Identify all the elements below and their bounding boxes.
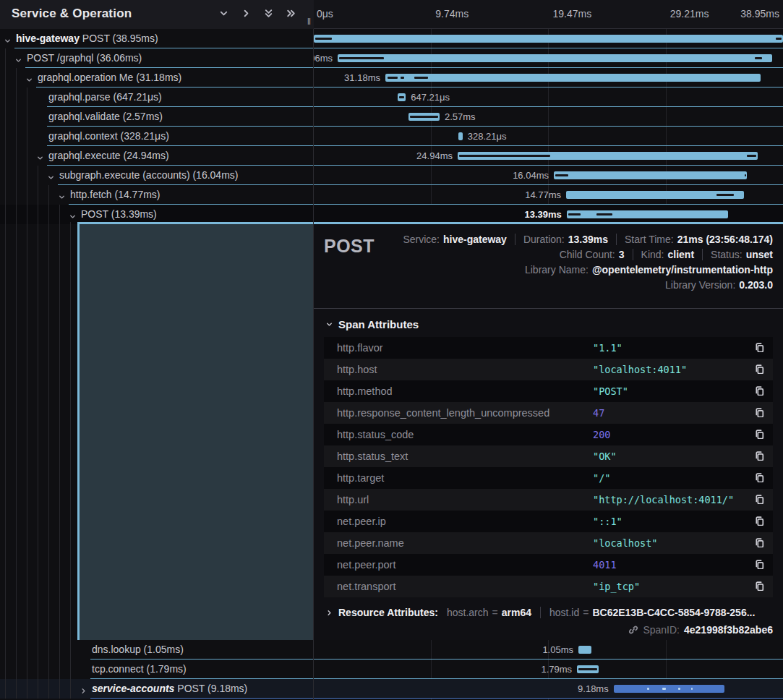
- span-bar[interactable]: [338, 54, 772, 62]
- caret-down-icon[interactable]: [58, 191, 66, 204]
- span-underline: [47, 165, 783, 166]
- span-bar[interactable]: [314, 35, 783, 43]
- copy-icon[interactable]: [754, 537, 764, 547]
- attribute-key: http.response_content_length_uncompresse…: [337, 407, 549, 419]
- caret-down-icon[interactable]: [25, 74, 33, 87]
- span-meta-item: Status:unset: [702, 249, 773, 260]
- span-bar[interactable]: [408, 113, 440, 121]
- timeline-tick: 0μs: [317, 8, 333, 20]
- span-bar-cell: 1.05ms: [314, 640, 783, 660]
- child-span-tick: [414, 77, 427, 79]
- timeline-tick: 19.47ms: [553, 8, 592, 20]
- span-row[interactable]: POST /graphql (36.06ms)36.06ms: [0, 48, 783, 68]
- attribute-row: net.peer.ip"::1": [324, 511, 773, 532]
- span-bar[interactable]: [578, 646, 591, 654]
- caret-down-icon: [325, 320, 333, 328]
- span-row[interactable]: dns.lookup (1.05ms)1.05ms: [0, 640, 783, 660]
- span-bar[interactable]: [577, 665, 599, 673]
- caret-down-icon[interactable]: [36, 152, 44, 165]
- copy-icon[interactable]: [754, 429, 764, 439]
- copy-icon[interactable]: [754, 407, 764, 417]
- span-bar-cell: 1.79ms: [314, 660, 783, 679]
- child-span-tick: [401, 77, 404, 79]
- span-bar[interactable]: [398, 93, 406, 101]
- span-meta-item: Child Count:3: [560, 249, 625, 260]
- expand-all-icon[interactable]: [286, 8, 296, 19]
- link-icon[interactable]: [628, 625, 638, 635]
- caret-down-icon[interactable]: [47, 171, 55, 184]
- span-underline: [47, 106, 783, 107]
- copy-icon[interactable]: [754, 494, 764, 504]
- span-bar[interactable]: [554, 171, 747, 179]
- expand-one-icon[interactable]: [241, 8, 252, 19]
- attribute-row: net.peer.port4011: [324, 554, 773, 576]
- span-bar[interactable]: [614, 685, 724, 693]
- collapse-all-icon[interactable]: [263, 8, 274, 19]
- span-name-cell: graphql.context (328.21μs): [0, 127, 313, 146]
- copy-icon[interactable]: [754, 559, 764, 569]
- span-label: POST /graphql (36.06ms): [27, 52, 142, 64]
- span-detail-panel: POST Service:hive-gatewayDuration:13.39m…: [77, 222, 783, 640]
- span-label: graphql.context (328.21μs): [48, 130, 169, 142]
- caret-right-icon[interactable]: [80, 685, 87, 698]
- child-span-tick: [555, 174, 568, 176]
- span-label: tcp.connect (1.79ms): [92, 663, 187, 675]
- attribute-row: net.transport"ip_tcp": [324, 576, 773, 597]
- span-label: hive-gateway POST (38.95ms): [16, 33, 158, 44]
- child-span-tick: [716, 194, 735, 196]
- indent-guides: [0, 185, 54, 205]
- span-row[interactable]: graphql.context (328.21μs)328.21μs: [0, 127, 783, 146]
- span-row[interactable]: POST (13.39ms)13.39ms: [0, 205, 783, 224]
- copy-icon[interactable]: [754, 385, 764, 396]
- indent-guides: [0, 166, 43, 185]
- copy-icon[interactable]: [754, 516, 764, 526]
- span-row[interactable]: graphql.operation Me (31.18ms)31.18ms: [0, 68, 783, 88]
- collapse-one-icon[interactable]: [218, 8, 229, 19]
- timeline-header: 0μs 9.74ms 19.47ms 29.21ms 38.95ms: [314, 0, 783, 29]
- span-bar[interactable]: [567, 210, 728, 218]
- span-bar[interactable]: [458, 132, 463, 140]
- span-duration-label: 2.57ms: [445, 111, 476, 122]
- attribute-key: http.target: [337, 472, 384, 484]
- span-row[interactable]: graphql.execute (24.94ms)24.94ms: [0, 146, 783, 166]
- span-underline: [36, 87, 783, 88]
- child-span-tick: [747, 155, 757, 157]
- child-span-tick: [388, 77, 398, 79]
- span-row[interactable]: graphql.parse (647.21μs)647.21μs: [0, 88, 783, 107]
- span-bar-cell: 38.95ms: [314, 29, 783, 48]
- attribute-row: http.status_text"OK": [324, 445, 773, 467]
- copy-icon[interactable]: [754, 451, 764, 461]
- pane-divider[interactable]: [313, 0, 314, 700]
- caret-down-icon[interactable]: [14, 54, 22, 67]
- span-duration-label: 24.94ms: [416, 150, 453, 161]
- resource-attributes-row[interactable]: Resource Attributes: host.arch = arm64 h…: [325, 607, 773, 618]
- attribute-value: "/": [593, 472, 610, 484]
- span-row[interactable]: tcp.connect (1.79ms)1.79ms: [0, 660, 783, 679]
- child-span-tick: [459, 155, 551, 157]
- attribute-row: http.method"POST": [324, 380, 773, 402]
- span-row[interactable]: subgraph.execute (accounts) (16.04ms)16.…: [0, 166, 783, 185]
- span-row[interactable]: service-accounts POST (9.18ms)9.18ms: [0, 679, 783, 699]
- span-name-cell: POST /graphql (36.06ms): [0, 48, 313, 68]
- meta-value: 21ms (23:56:48.174): [677, 234, 773, 245]
- span-rows-top: hive-gateway POST (38.95ms)38.95msPOST /…: [0, 29, 783, 224]
- span-attributes-header[interactable]: Span Attributes: [325, 318, 783, 330]
- span-bar[interactable]: [566, 191, 744, 199]
- timeline-tick: 38.95ms: [740, 8, 779, 20]
- span-bar[interactable]: [458, 152, 758, 160]
- span-row[interactable]: hive-gateway POST (38.95ms)38.95ms: [0, 29, 783, 48]
- attribute-row: http.status_code200: [324, 424, 773, 445]
- section-divider: [314, 308, 783, 309]
- copy-icon[interactable]: [754, 342, 764, 352]
- span-row[interactable]: http.fetch (14.77ms)14.77ms: [0, 185, 783, 205]
- copy-icon[interactable]: [754, 364, 764, 374]
- span-label: http.fetch (14.77ms): [70, 189, 161, 200]
- span-name-cell: subgraph.execute (accounts) (16.04ms): [0, 166, 313, 185]
- span-name-cell: graphql.execute (24.94ms): [0, 146, 313, 166]
- pane-resize-handle[interactable]: ‖: [307, 16, 312, 27]
- copy-icon[interactable]: [754, 581, 764, 591]
- span-row[interactable]: graphql.validate (2.57ms)2.57ms: [0, 107, 783, 127]
- caret-down-icon[interactable]: [4, 35, 12, 48]
- span-bar[interactable]: [385, 74, 761, 82]
- copy-icon[interactable]: [754, 472, 764, 482]
